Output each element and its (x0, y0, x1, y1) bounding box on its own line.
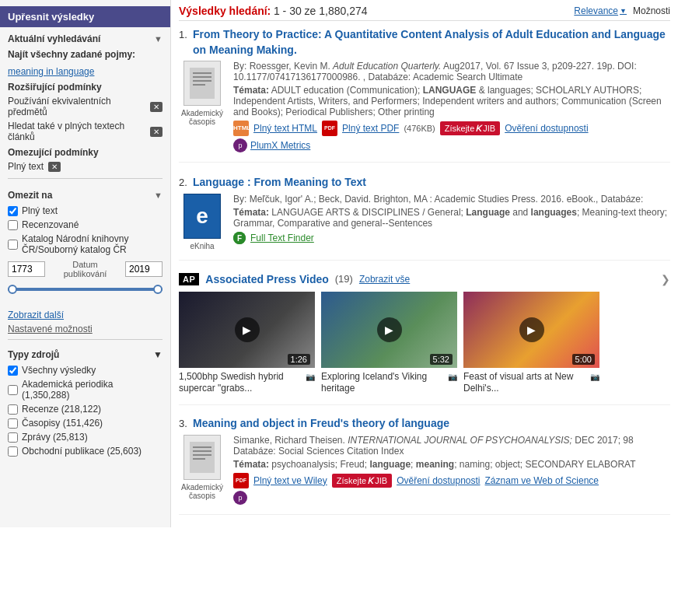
checkbox-plny-text[interactable] (8, 206, 18, 216)
video-card-2[interactable]: ▶ 5:32 Exploring Iceland's Viking herita… (321, 292, 457, 395)
result-1-subjects: Témata: ADULT education (Communication);… (233, 85, 670, 117)
moznosti-btn[interactable]: Možnosti (633, 5, 670, 16)
zobrazit-dalsi-link[interactable]: Zobrazit další (0, 306, 170, 324)
svg-rect-2 (193, 76, 211, 78)
checkbox-recenzovane-label: Recenzované (22, 219, 79, 230)
result-3-num: 3. (179, 418, 190, 429)
result-3-overeni-btn[interactable]: Ověření dostupnosti (397, 475, 480, 486)
podminka-plnyText-remove[interactable]: ✕ (48, 162, 61, 172)
ap-video-section: AP Associated Press Video (19) Zobrazit … (179, 273, 670, 405)
query-link[interactable]: meaning in language (0, 65, 170, 79)
typy-recenze-check[interactable] (8, 404, 18, 415)
result-1-overeni-btn[interactable]: Ověření dostupnosti (505, 123, 588, 134)
ap-header: AP Associated Press Video (19) Zobrazit … (179, 273, 670, 285)
podminka-equivalents-remove[interactable]: ✕ (150, 102, 163, 112)
ap-title-link[interactable]: Associated Press Video (205, 273, 328, 285)
result-1-html-btn[interactable]: Plný text HTML (253, 123, 317, 134)
checkbox-katalog[interactable] (8, 240, 18, 250)
results-title: Výsledky hledání: (179, 5, 271, 17)
date-to-input[interactable] (125, 261, 163, 277)
date-from-input[interactable] (8, 261, 45, 277)
typy-vsechny-label: Všechny výsledky (22, 365, 96, 376)
video-3-caption: Feast of visual arts at New Delhi's... 📷 (463, 371, 599, 395)
result-3-hl-meaning: Meaning (193, 417, 237, 429)
result-1-body: Akademický časopis By: Roessger, Kevin M… (179, 61, 670, 152)
document-icon (190, 68, 215, 99)
video-1-caption-text: 1,500bhp Swedish hybrid supercar "grabs.… (179, 371, 303, 395)
checkbox-recenzovane[interactable] (8, 220, 18, 230)
result-3-type: Akademický časopis (179, 483, 225, 500)
result-2-body: e eKniha By: Meľčuk, Igor' A.; Beck, Dav… (179, 194, 670, 250)
result-1-jib-btn[interactable]: Získejte 𝘒 JIB (440, 121, 500, 135)
result-1-title-link[interactable]: From Theory to Practice: A Quantitative … (193, 27, 670, 58)
result-3-thumb: Akademický časopis (179, 435, 225, 505)
result-1-thumb: Akademický časopis (179, 61, 225, 152)
result-2-hl-language: Language (193, 176, 244, 188)
omezujici-title: Omezující podmínky (0, 144, 170, 159)
plumx-icon-3: p (233, 491, 247, 505)
ap-showall-link[interactable]: Zobrazit vše (359, 274, 410, 285)
typy-casopisy-check[interactable] (8, 418, 18, 429)
result-2-title-link[interactable]: Language : From Meaning to Text (193, 175, 366, 191)
typy-obchodni-check[interactable] (8, 446, 18, 457)
result-3-wiley-btn[interactable]: Plný text ve Wiley (253, 475, 327, 486)
result-3-wos-btn[interactable]: Záznam ve Web of Science (485, 475, 599, 486)
slider-handle-left[interactable] (8, 285, 17, 294)
result-1-pdf-btn[interactable]: Plný text PDF (342, 123, 399, 134)
video-3-thumb[interactable]: ▶ 5:00 (463, 292, 599, 368)
result-2-type: eKniha (190, 242, 214, 250)
result-3-title-link[interactable]: Meaning and object in Freud's theory of … (193, 416, 449, 432)
video-3-play-btn[interactable]: ▶ (519, 317, 544, 342)
video-2-caption: Exploring Iceland's Viking heritage 📷 (321, 371, 457, 395)
divider1 (8, 178, 163, 179)
video-2-thumb[interactable]: ▶ 5:32 (321, 292, 457, 368)
podminka-plneTexty-remove[interactable]: ✕ (150, 127, 163, 137)
podminka-plnyText-row: Plný text ✕ (0, 159, 170, 173)
results-sort-group: Relevance ▼ Možnosti (574, 5, 670, 16)
typy-akademicka-check[interactable] (8, 385, 18, 395)
nastavene-moznosti-link[interactable]: Nastavené možnosti (0, 324, 100, 338)
results-header: Výsledky hledání: 1 - 30 ze 1,880,274 Re… (179, 0, 670, 21)
s-icon-3: 𝘒 (368, 475, 373, 486)
typy-zpravy-check[interactable] (8, 432, 18, 443)
result-1-plumx-row: p PlumX Metrics (233, 138, 670, 152)
document-icon-3 (190, 442, 215, 473)
typy-recenze-row: Recenze (218,122) (0, 402, 170, 416)
ap-count: (19) (335, 273, 353, 285)
typy-obchodni-row: Obchodní publikace (25,603) (0, 444, 170, 458)
result-1-journal: Adult Education Quarterly. (333, 61, 441, 72)
svg-rect-9 (193, 450, 211, 452)
date-slider[interactable] (8, 288, 163, 303)
video-1-thumb[interactable]: ▶ 1:26 (179, 292, 315, 368)
result-3-jib-btn[interactable]: Získejte 𝘒 JIB (332, 474, 392, 488)
sort-triangle-icon: ▼ (620, 7, 627, 15)
omezit-na-section[interactable]: Omezit na ▼ (0, 184, 170, 204)
ap-chevron-icon[interactable]: ❯ (661, 273, 670, 285)
sidebar-title: Upřesnit výsledky (8, 11, 94, 23)
video-card-1[interactable]: ▶ 1:26 1,500bhp Swedish hybrid supercar … (179, 292, 315, 395)
slider-handle-right[interactable] (153, 285, 163, 294)
omezit-chevron-icon: ▼ (154, 191, 163, 200)
camera-icon-2: 📷 (448, 372, 457, 382)
typy-vsechny-check[interactable] (8, 366, 18, 376)
result-3-journal: INTERNATIONAL JOURNAL OF PSYCHOANALYSIS; (348, 435, 572, 446)
result-1-pdf-size: (476KB) (404, 124, 435, 133)
video-1-play-btn[interactable]: ▶ (235, 317, 260, 342)
najit-label: Najít všechny zadané pojmy: (0, 47, 170, 65)
video-card-3[interactable]: ▶ 5:00 Feast of visual arts at New Delhi… (463, 292, 599, 395)
sort-relevance-btn[interactable]: Relevance ▼ (574, 5, 627, 16)
svg-rect-11 (193, 458, 205, 460)
result-3-thumb-img (183, 435, 221, 480)
ebook-letter: e (196, 204, 208, 229)
plumx-icon: p (233, 138, 247, 152)
typy-zpravy-label: Zprávy (25,813) (22, 432, 88, 443)
video-2-play-btn[interactable]: ▶ (377, 317, 402, 342)
result-2-finder-btn[interactable]: Full Text Finder (250, 233, 314, 243)
svg-rect-3 (193, 80, 211, 82)
result-2-thumb-ebook: e (183, 194, 221, 239)
result-3-hl-language: language (402, 417, 449, 429)
typy-zdroju-section[interactable]: Typy zdrojů ▼ (0, 345, 170, 363)
result-1-plumx-btn[interactable]: PlumX Metrics (250, 140, 310, 151)
aktualni-vyhledavani-section[interactable]: Aktuální vyhledávání ▼ (0, 27, 170, 47)
main-content: Výsledky hledání: 1 - 30 ze 1,880,274 Re… (171, 0, 678, 527)
